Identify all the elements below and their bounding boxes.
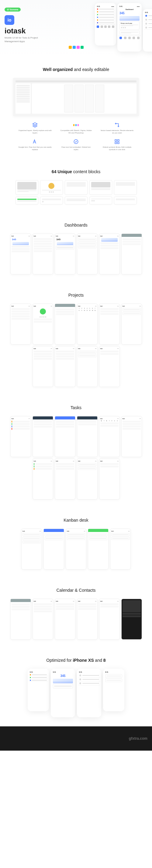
chart-area	[120, 16, 140, 21]
feature-layers: Organized layers. Easily explore and edi…	[18, 122, 52, 134]
brand-logo: io	[5, 15, 14, 25]
dashboards-section: Dashboards 9:41⋯345 9:41⋯ 9:41⋯345 9:41⋯…	[0, 214, 152, 284]
stat-value: 345	[119, 11, 141, 16]
feature-symbols: Global symbols library. Edit multiple sy…	[100, 139, 134, 151]
organized-section: Well organized and easily editable Organ…	[0, 58, 152, 160]
screen: 9:41⋯	[99, 346, 120, 387]
screen: 9:41⋯	[99, 234, 120, 275]
screen: 9:41⋯345	[55, 234, 75, 275]
blocks-section: 64 Unique content blocks	[0, 160, 152, 214]
kanban-screens: 9:41⋯ 9:41⋯ 9:41⋯	[6, 529, 146, 569]
screen: 9:41⋯	[77, 459, 98, 499]
block-card	[16, 196, 38, 205]
feature-iconfont: Free icon font embeded. Global font styl…	[59, 139, 93, 151]
svg-point-3	[74, 140, 78, 144]
photoshop-icon	[73, 46, 76, 49]
calendar-section: Calendar & Contacts 9:41⋯ 9:41⋯ 9:41⋯ 9:…	[0, 579, 152, 649]
screen: 9:41⋯	[10, 304, 31, 344]
svg-rect-5	[118, 140, 119, 141]
section-title: Kanban desk	[6, 518, 146, 523]
screen: 9:41⋯	[32, 304, 53, 344]
screen: 9:41⋯	[77, 599, 98, 640]
figma-icon	[80, 46, 84, 49]
phone-mockup: 9:41	[28, 669, 49, 711]
task-card: Design search page	[120, 21, 140, 30]
block-card	[90, 196, 112, 205]
block-card	[114, 196, 137, 205]
screen	[121, 599, 142, 640]
feature-vector: Vector based elements. Resize elements a…	[100, 122, 134, 134]
block-card	[16, 180, 38, 195]
task-screens: 9:41⋯ 9:41⋯MTWTFSS 9:41⋯ 9:41⋯ 9:41⋯ 9:4…	[6, 416, 146, 499]
iconfont-icon	[73, 139, 79, 144]
phone-mockup-tasks: 9:41●●●	[95, 3, 116, 45]
phone-mockup: 9:41345	[51, 669, 75, 717]
screen: 9:41⋯	[66, 529, 86, 569]
canvas	[32, 84, 136, 114]
screen: 9:41⋯	[121, 416, 142, 457]
screen: 9:41⋯	[55, 346, 75, 387]
editor-mockup	[13, 78, 139, 116]
optimized-section: Optimized for iPhone XS and 8 9:41 9:413…	[0, 649, 152, 726]
section-title: Projects	[6, 293, 146, 298]
phone-mockup-dashboard: 9:41●●● Dashboard 345 Design search page	[117, 3, 142, 52]
screen: 9:41⋯	[110, 529, 131, 569]
project-screens: 9:41⋯ 9:41⋯ 9:41⋯1234567891011121314 9:4…	[6, 304, 146, 387]
svg-rect-6	[115, 142, 117, 144]
screen: 9:41⋯	[32, 234, 53, 275]
svg-rect-7	[118, 142, 119, 144]
vector-icon	[114, 122, 120, 128]
symbols-icon	[114, 139, 120, 144]
screens-badge: 37 Screens	[5, 8, 21, 11]
dashboard-screens: 9:41⋯345 9:41⋯ 9:41⋯345 9:41⋯ 9:41⋯	[6, 234, 146, 275]
screen: 9:41⋯	[32, 599, 53, 640]
font-icon	[32, 139, 38, 144]
screen: 9:41⋯	[10, 416, 31, 457]
sketch-icon	[69, 46, 72, 49]
screen: 9:41⋯	[55, 599, 75, 640]
hero-phone-mockups: 9:41●●● 9:41●●● Dashboard 345 Design sea…	[95, 3, 152, 52]
screen	[121, 234, 142, 275]
block-card	[40, 180, 63, 195]
section-title: Well organized and easily editable	[6, 67, 146, 72]
section-title: Dashboards	[6, 223, 146, 227]
section-title: 64 Unique content blocks	[6, 169, 146, 174]
svg-point-1	[115, 123, 116, 124]
layers-panel	[16, 84, 31, 114]
phone-mockup: 9:41	[77, 669, 101, 717]
screen: 9:41⋯1234567891011121314	[77, 304, 98, 344]
screen	[88, 529, 108, 569]
apps-icon	[73, 122, 79, 128]
features-grid: Organized layers. Easily explore and edi…	[6, 122, 146, 151]
screen: 9:41⋯MTWTFSS	[99, 416, 120, 457]
screen: 9:41⋯345	[10, 234, 31, 275]
optimized-phones: 9:41 9:41345 9:41 9:41	[6, 669, 146, 717]
screen: 9:41⋯	[77, 346, 98, 387]
dashboard-title: Dashboard	[119, 8, 141, 11]
hero-section: 37 Screens io iotask Mobile UI kit for T…	[0, 0, 152, 58]
screen: 9:41⋯	[121, 304, 142, 344]
kanban-section: Kanban desk 9:41⋯ 9:41⋯ 9:41⋯	[0, 508, 152, 579]
screen: 9:41⋯	[99, 599, 120, 640]
screen	[77, 416, 98, 457]
screen: 9:41⋯	[99, 304, 120, 344]
section-title: Optimized for iPhone XS and 8	[6, 658, 146, 663]
screen	[55, 416, 75, 457]
screen	[55, 304, 75, 344]
block-card	[90, 180, 112, 195]
screen: 9:41⋯	[55, 459, 75, 499]
block-card	[65, 196, 87, 205]
feature-compatible: Compatible with Sketch, Figma, Adobe XD …	[59, 122, 93, 134]
section-title: Calendar & Contacts	[6, 588, 146, 593]
content-blocks	[6, 180, 146, 205]
svg-marker-0	[33, 123, 37, 125]
phone-mockup: 9:41	[103, 669, 124, 711]
feature-font: Google font. Free font that you can easi…	[18, 139, 52, 151]
projects-section: Projects 9:41⋯ 9:41⋯ 9:41⋯12345678910111…	[0, 284, 152, 396]
screen: 9:41⋯	[32, 346, 53, 387]
watermark: gfxtra.com	[129, 736, 147, 741]
xd-icon	[77, 46, 80, 49]
tagline: Mobile UI kit for Todo & Project Managem…	[5, 36, 38, 43]
screen: 9:41⋯	[21, 529, 42, 569]
screen: 9:41⋯	[32, 459, 53, 499]
